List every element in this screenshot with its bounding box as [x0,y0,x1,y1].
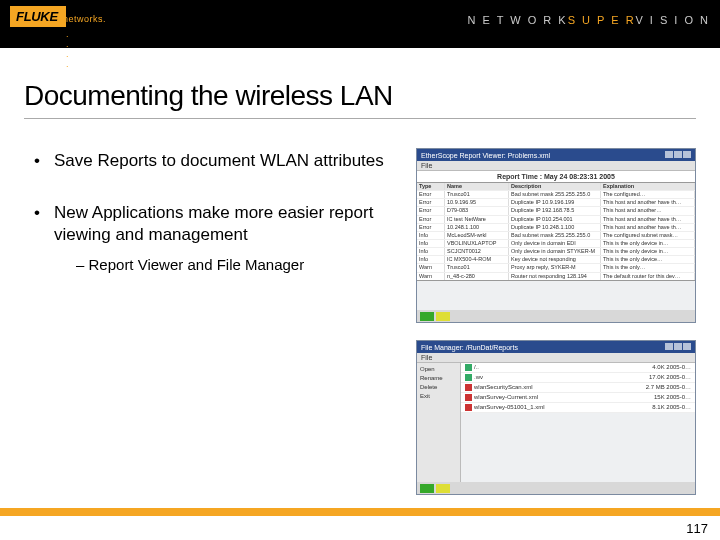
brand-subtext: networks. [63,14,106,24]
bullet-list: Save Reports to document WLAN attributes… [34,150,394,304]
bullet-2-text: New Applications make more easier report… [54,203,373,244]
file-manager-sidemenu: OpenRenameDeleteExit [417,363,461,483]
bullet-2: New Applications make more easier report… [34,202,394,275]
window-buttons-icon [664,151,691,159]
report-table-row: InfoIC MX500-4-ROMKey device not respond… [417,255,695,263]
file-manager-titlebar: File Manager: /RunDat/Reports [417,341,695,353]
report-viewer-menubar: File [417,161,695,171]
report-time-label: Report Time : May 24 08:23:31 2005 [417,171,695,182]
file-row: wlanSurvey-051001_1.xml8.1K 2005-0… [461,403,695,413]
file-row: wlanSecurityScan.xml2.7 MB 2005-0… [461,383,695,393]
file-manager-sidemenu-item: Rename [420,374,457,383]
file-manager-thumbnail: File Manager: /RunDat/Reports File OpenR… [416,340,696,495]
report-table-row: Error10.248.1.100Duplicate IP 10.248.1.1… [417,223,695,231]
report-table: Type Name Description Explanation ErrorT… [417,182,695,281]
report-table-header: Type Name Description Explanation [417,183,695,190]
report-table-row: InfoVBOLINUXLAPTOPOnly device in domain … [417,239,695,247]
title-rule [24,118,696,119]
header-tagline: N E T W O R KS U P E RV I S I O N [468,14,710,26]
col-explanation: Explanation [601,183,695,190]
report-table-row: Error10.9.196.95Duplicate IP 10.9.196.19… [417,198,695,206]
report-viewer-titlebar: EtherScope Report Viewer: Problems.xml [417,149,695,161]
col-name: Name [445,183,509,190]
report-viewer-title: EtherScope Report Viewer: Problems.xml [421,152,550,159]
report-viewer-thumbnail: EtherScope Report Viewer: Problems.xml F… [416,148,696,323]
file-row: .wv17.0K 2005-0… [461,373,695,383]
slide-footer: 117 [0,512,720,540]
report-table-row: ErrorD79-083Duplicate IP 192.168.78.5Thi… [417,206,695,214]
slide-header: FLUKE networks. . . . . N E T W O R KS U… [0,0,720,48]
file-manager-title: File Manager: /RunDat/Reports [421,344,518,351]
status-yellow-icon [436,484,450,493]
bullet-1: Save Reports to document WLAN attributes [34,150,394,172]
report-viewer-statusbar [417,310,695,322]
tagline-prefix: N E T W O R K [468,14,568,26]
brand-logo: FLUKE [10,6,66,27]
report-table-row: InfoMcLeodSM-wrklBad subnet mask 255.255… [417,231,695,239]
report-table-row: ErrorTrusco01Bad subnet mask 255.255.255… [417,190,695,198]
brand-dots: . . . . [66,29,73,69]
footer-accent-bar [0,508,720,516]
report-table-row: WarnTrusco01Proxy arp reply, SYKER-MThis… [417,263,695,271]
file-manager-sidemenu-item: Delete [420,383,457,392]
report-table-row: ErrorIC test NetWareDuplicate IP 010.254… [417,215,695,223]
status-green-icon [420,312,434,321]
col-type: Type [417,183,445,190]
file-row: wlanSurvey-Current.xml15K 2005-0… [461,393,695,403]
file-manager-sidemenu-item: Exit [420,392,457,401]
status-green-icon [420,484,434,493]
tagline-em: S U P E R [568,14,636,26]
window-buttons-icon [664,343,691,351]
tagline-suffix: V I S I O N [635,14,710,26]
file-row: /..4.0K 2005-0… [461,363,695,373]
file-manager-sidemenu-item: Open [420,365,457,374]
file-list: /..4.0K 2005-0….wv17.0K 2005-0…wlanSecur… [461,363,695,413]
report-table-row: InfoSCJCNT0012Only device in domain STYK… [417,247,695,255]
report-table-row: Warnn_48-c-280Router not responding 128.… [417,272,695,280]
status-yellow-icon [436,312,450,321]
col-description: Description [509,183,601,190]
bullet-2-sub: Report Viewer and File Manager [76,255,394,274]
slide-title: Documenting the wireless LAN [24,80,393,112]
brand-block: FLUKE networks. . . . . [10,6,66,27]
file-manager-menubar: File [417,353,695,363]
page-number: 117 [686,521,708,536]
file-manager-statusbar [417,482,695,494]
